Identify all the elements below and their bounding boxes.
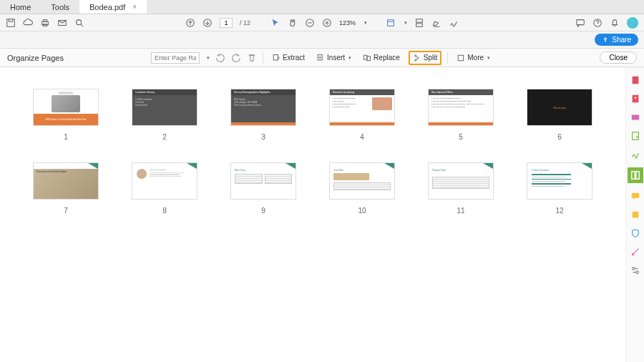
request-sign-icon[interactable] (630, 130, 641, 142)
export-pdf-icon[interactable] (630, 74, 641, 86)
zoom-level[interactable]: 123% (339, 19, 356, 26)
zoom-out-icon[interactable] (305, 18, 315, 28)
page-thumb[interactable]: Introduction to Team 8 (127, 162, 202, 215)
help-icon[interactable] (592, 18, 602, 28)
rotate-right-icon[interactable] (231, 53, 241, 63)
rotate-left-icon[interactable] (215, 53, 225, 63)
page-total: / 12 (240, 19, 250, 26)
sign-icon[interactable] (449, 18, 459, 28)
svg-rect-26 (631, 115, 639, 120)
page-thumb[interactable]: Reasons for joining• Care about the envi… (325, 89, 399, 141)
avatar[interactable] (627, 17, 638, 29)
separator (263, 52, 263, 64)
separator (447, 52, 448, 64)
svg-rect-31 (632, 212, 638, 218)
save-icon[interactable] (6, 18, 16, 28)
svg-rect-27 (632, 132, 638, 140)
svg-rect-29 (635, 172, 638, 180)
fill-sign-icon[interactable] (630, 149, 641, 160)
page-number: 7 (64, 207, 68, 215)
svg-rect-22 (632, 77, 638, 84)
page-thumb[interactable]: Customer Survey12,500 customers2 monthsG… (127, 89, 202, 141)
svg-rect-25 (635, 97, 635, 99)
close-button[interactable]: Close (600, 52, 637, 64)
page-number: 2 (162, 133, 167, 141)
svg-rect-21 (459, 55, 464, 61)
page-number: 4 (360, 133, 364, 141)
subbar-title: Organize Pages (7, 54, 64, 62)
page-number: 10 (358, 207, 366, 215)
page-thumb[interactable]: Contact Questions 12 (522, 162, 597, 215)
bell-icon[interactable] (610, 18, 620, 28)
svg-point-32 (632, 268, 635, 270)
tab-home[interactable]: Home (0, 0, 41, 14)
page-number: 1 (64, 133, 68, 141)
thumbnail-grid: 2019 Sports Car Survey Results Final Yea… (0, 67, 625, 362)
svg-point-5 (77, 19, 82, 24)
extract-button[interactable]: Extract (269, 52, 308, 64)
page-thumb[interactable]: Meet Team 9 (226, 162, 301, 215)
svg-rect-10 (388, 19, 394, 26)
close-tab-icon[interactable]: × (132, 3, 137, 11)
fit-caret-icon[interactable]: ▾ (404, 20, 407, 26)
share-button[interactable]: Share (595, 34, 638, 46)
svg-rect-18 (367, 56, 371, 60)
svg-rect-17 (364, 55, 368, 59)
measure-icon[interactable] (630, 246, 641, 258)
zoom-caret-icon[interactable]: ▾ (364, 20, 367, 26)
tab-document[interactable]: Bodea.pdf × (79, 0, 147, 14)
fit-icon[interactable] (386, 18, 396, 28)
page-thumb[interactable]: Financials and Timeline Update 7 (29, 162, 103, 215)
page-range-input[interactable] (151, 52, 200, 64)
stamp-icon[interactable] (630, 209, 641, 220)
page-thumb[interactable]: New Special Offers• Find low-lease plan … (424, 89, 498, 141)
mail-icon[interactable] (57, 18, 67, 28)
page-number: 3 (261, 133, 265, 141)
page-thumb[interactable]: Survey Demographics Highlights60% female… (226, 89, 301, 141)
organize-pages-icon[interactable] (628, 167, 643, 183)
page-number: 8 (162, 207, 167, 215)
svg-point-33 (635, 271, 638, 274)
more-tools-icon[interactable] (630, 265, 641, 276)
chat-icon[interactable] (575, 18, 585, 28)
right-sidebar (625, 67, 644, 362)
edit-pdf-icon[interactable] (630, 112, 641, 123)
highlight-icon[interactable] (431, 18, 441, 28)
create-pdf-icon[interactable] (630, 93, 641, 104)
svg-rect-11 (416, 19, 423, 21)
svg-rect-13 (577, 19, 585, 24)
svg-rect-15 (273, 54, 278, 60)
split-button[interactable]: Split (409, 51, 441, 65)
page-thumb[interactable]: Thank you 6 (522, 89, 597, 141)
cloud-icon[interactable] (23, 18, 33, 28)
range-caret-icon[interactable]: ▾ (207, 55, 210, 61)
page-up-icon[interactable] (185, 18, 195, 28)
insert-button[interactable]: Insert▾ (313, 52, 354, 64)
svg-rect-2 (43, 19, 47, 21)
svg-rect-0 (7, 19, 15, 26)
page-thumb[interactable]: Case Plan 10 (325, 162, 399, 215)
scroll-icon[interactable] (414, 18, 424, 28)
comment-icon[interactable] (630, 190, 641, 202)
page-number: 5 (459, 133, 463, 141)
page-number: 9 (261, 207, 265, 215)
page-thumb[interactable]: 2019 Sports Car Survey Results Final Yea… (29, 89, 103, 141)
print-icon[interactable] (40, 18, 50, 28)
page-number: 11 (457, 207, 464, 215)
replace-button[interactable]: Replace (360, 52, 403, 64)
page-number: 12 (555, 207, 563, 215)
zoom-in-icon[interactable] (322, 18, 332, 28)
delete-icon[interactable] (247, 53, 257, 63)
page-down-icon[interactable] (203, 18, 213, 28)
svg-rect-12 (416, 23, 423, 26)
search-icon[interactable] (74, 18, 84, 28)
page-thumb[interactable]: Proposal Data 11 (424, 162, 498, 215)
protect-icon[interactable] (630, 228, 641, 239)
page-number-input[interactable] (220, 18, 233, 28)
pointer-icon[interactable] (270, 18, 280, 28)
hand-icon[interactable] (288, 18, 298, 28)
tab-label: Bodea.pdf (89, 3, 125, 11)
more-button[interactable]: More▾ (454, 52, 493, 64)
svg-rect-28 (631, 172, 634, 180)
tab-tools[interactable]: Tools (41, 0, 79, 14)
